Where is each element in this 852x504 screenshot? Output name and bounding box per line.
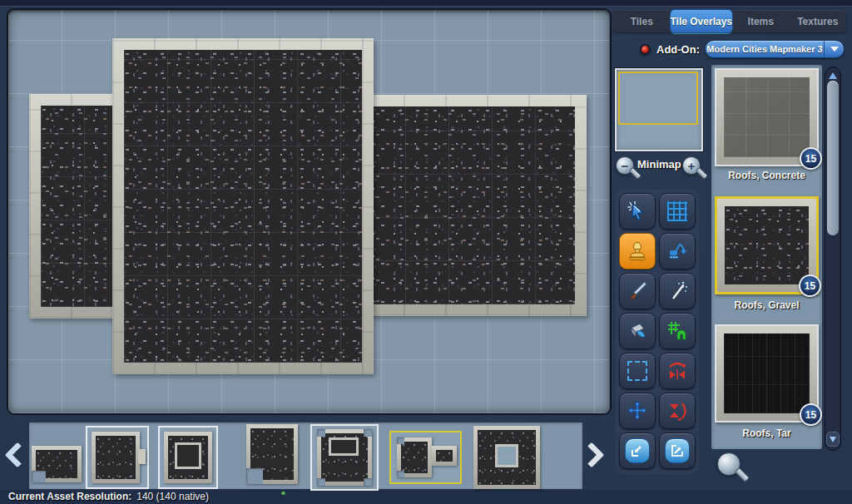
filmstrip-thumb-roof-with-door-notch[interactable] xyxy=(86,426,149,489)
minimap[interactable] xyxy=(615,68,703,151)
status-resolution-value: 140 (140 native) xyxy=(136,491,209,502)
search-magnifier-button[interactable] xyxy=(717,452,741,476)
filmstrip-thumb-l-shaped-roof[interactable] xyxy=(31,429,84,484)
tab-tiles[interactable]: Tiles xyxy=(613,10,671,32)
concrete-texture xyxy=(724,77,810,157)
roof-piece-left-wing xyxy=(29,94,124,319)
filmstrip-thumb-roof-complex-inner-rect[interactable] xyxy=(310,424,379,491)
palette-scrollbar[interactable] xyxy=(825,67,841,451)
stamp-icon xyxy=(627,240,648,262)
tab-bar: Tiles Tile Overlays Items Textures xyxy=(613,10,846,32)
select-tool-button[interactable] xyxy=(619,193,656,230)
palette-item-roofs-gravel[interactable]: 15 xyxy=(715,196,819,294)
fill-tool-button[interactable] xyxy=(619,313,656,349)
gravel-texture xyxy=(725,206,809,284)
paint-bucket-icon xyxy=(627,320,648,342)
map-canvas[interactable] xyxy=(7,8,612,415)
chevron-down-icon[interactable] xyxy=(824,41,844,57)
marquee-tool-button[interactable] xyxy=(619,353,656,389)
filmstrip xyxy=(29,422,582,489)
cloud-arrow-out-icon xyxy=(665,438,690,463)
count-badge: 15 xyxy=(799,274,821,297)
palette-item-label: Roofs, Tar xyxy=(711,427,822,439)
minimap-label: Minimap xyxy=(637,158,681,170)
flip-vertical-icon xyxy=(666,400,688,422)
green-grid-magnet-icon xyxy=(666,320,688,342)
paintbrush-icon xyxy=(627,280,648,302)
filmstrip-next-button[interactable] xyxy=(578,442,604,467)
scroll-down-button[interactable] xyxy=(826,432,840,447)
wand-tool-button[interactable] xyxy=(659,273,696,309)
brush-tool-button[interactable] xyxy=(619,273,656,309)
top-chrome-band xyxy=(0,0,852,7)
tab-tile-overlays[interactable]: Tile Overlays xyxy=(671,10,733,32)
roof-piece-central-column xyxy=(112,38,374,374)
palette-item-label: Roofs, Concrete xyxy=(711,170,822,181)
flip-horizontal-icon xyxy=(666,360,688,382)
status-indicator-dot xyxy=(281,492,285,495)
roof-gravel-surface xyxy=(124,50,362,363)
move-tool-button[interactable] xyxy=(619,393,656,429)
addon-label: Add-On: xyxy=(656,43,700,56)
flip-vertical-tool-button[interactable] xyxy=(659,393,696,429)
count-badge: 15 xyxy=(800,147,822,170)
tar-texture xyxy=(724,334,810,413)
filmstrip-prev-button[interactable] xyxy=(4,442,30,467)
four-way-arrows-icon xyxy=(627,400,648,422)
cloud-arrow-in-icon xyxy=(625,438,650,463)
roof-gravel-surface xyxy=(362,106,575,304)
palette-item-roofs-tar[interactable]: 15 xyxy=(715,324,819,422)
roof-gravel-surface xyxy=(41,106,124,307)
grid-icon xyxy=(667,201,687,221)
export-tool-button[interactable] xyxy=(659,432,696,469)
addon-dropdown[interactable]: Modern Cities Mapmaker 3 xyxy=(705,40,845,58)
tab-items[interactable]: Items xyxy=(732,10,790,32)
flip-horizontal-tool-button[interactable] xyxy=(659,353,696,389)
magic-wand-icon xyxy=(666,280,688,302)
stamp-tool-button[interactable] xyxy=(619,233,656,269)
scroll-up-icon[interactable] xyxy=(829,72,837,79)
cursor-sparkle-icon xyxy=(627,200,648,222)
excavator-icon xyxy=(666,240,688,262)
dashed-selection-icon xyxy=(627,361,647,381)
scrollbar-thumb[interactable] xyxy=(827,81,839,235)
tile-palette: 15 Roofs, Concrete 15 Roofs, Gravel 15 R… xyxy=(711,65,822,449)
minimap-zoom-out-button[interactable]: − xyxy=(616,156,634,175)
roof-piece-right-block xyxy=(362,95,587,316)
status-resolution-label: Current Asset Resolution: xyxy=(8,491,131,502)
status-resolution: Current Asset Resolution:140 (140 native… xyxy=(8,491,209,502)
snap-grid-tool-button[interactable] xyxy=(659,313,696,349)
excavator-tool-button[interactable] xyxy=(659,233,696,269)
filmstrip-thumb-roof-with-corner-cut[interactable] xyxy=(235,424,300,489)
palette-item-label: Roofs, Gravel xyxy=(711,299,822,311)
filmstrip-thumb-roof-with-center-hole[interactable] xyxy=(468,426,545,491)
filmstrip-thumb-roof-with-inner-court[interactable] xyxy=(158,426,218,489)
grid-tool-button[interactable] xyxy=(659,193,696,230)
addon-led-icon xyxy=(640,44,651,55)
import-tool-button[interactable] xyxy=(619,432,656,469)
palette-item-roofs-concrete[interactable]: 15 xyxy=(715,68,819,166)
filmstrip-thumb-cross-roof-with-extension[interactable] xyxy=(389,431,462,484)
tab-textures[interactable]: Textures xyxy=(790,10,847,32)
minimap-viewport-rect[interactable] xyxy=(618,72,698,125)
count-badge: 15 xyxy=(800,403,822,426)
addon-dropdown-value: Modern Cities Mapmaker 3 xyxy=(706,44,824,54)
minimap-zoom-in-button[interactable]: + xyxy=(682,156,701,175)
